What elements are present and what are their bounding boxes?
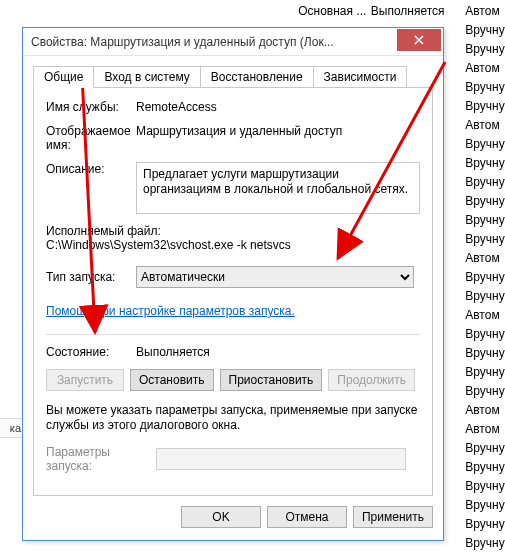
tab-logon[interactable]: Вход в систему [93, 66, 200, 87]
apply-button[interactable]: Применить [353, 506, 433, 528]
label-params: Параметры запуска: [46, 445, 156, 473]
tab-general[interactable]: Общие [33, 66, 94, 88]
bg-row[interactable]: Основная ...ВыполняетсяАвтом [0, 2, 505, 21]
label-exe-path: Исполняемый файл: [46, 224, 420, 238]
label-description: Описание: [46, 162, 136, 214]
separator [46, 334, 420, 335]
pause-button[interactable]: Приостановить [220, 369, 323, 391]
ok-button[interactable]: OK [181, 506, 261, 528]
start-button[interactable]: Запустить [46, 369, 124, 391]
value-description[interactable]: Предлагает услуги маршрутизации организа… [136, 162, 420, 214]
tabstrip: Общие Вход в систему Восстановление Зави… [33, 64, 433, 88]
label-service-name: Имя службы: [46, 100, 136, 114]
label-status: Состояние: [46, 345, 136, 359]
dialog-buttons: OK Отмена Применить [33, 496, 433, 528]
resume-button[interactable]: Продолжить [328, 369, 415, 391]
value-status: Выполняется [136, 345, 420, 359]
params-input[interactable] [156, 448, 406, 470]
tab-content: Имя службы: RemoteAccess Отображаемое им… [33, 88, 433, 496]
service-properties-dialog: Свойства: Маршрутизация и удаленный дост… [22, 27, 444, 541]
close-icon [414, 35, 424, 45]
value-exe-path: C:\Windows\System32\svchost.exe -k netsv… [46, 238, 420, 252]
params-note: Вы можете указать параметры запуска, при… [46, 403, 420, 433]
cancel-button[interactable]: Отмена [267, 506, 347, 528]
startup-type-select[interactable]: Автоматически [136, 266, 414, 288]
value-display-name: Маршрутизация и удаленный доступ [136, 124, 420, 152]
label-display-name: Отображаемое имя: [46, 124, 136, 152]
stop-button[interactable]: Остановить [130, 369, 214, 391]
control-buttons: Запустить Остановить Приостановить Продо… [46, 369, 420, 391]
label-startup-type: Тип запуска: [46, 270, 136, 284]
dialog-title: Свойства: Маршрутизация и удаленный дост… [31, 35, 397, 49]
close-button[interactable] [397, 29, 441, 51]
value-service-name: RemoteAccess [136, 100, 420, 114]
titlebar[interactable]: Свойства: Маршрутизация и удаленный дост… [23, 28, 443, 56]
help-link[interactable]: Помощь при настройке параметров запуска. [46, 304, 295, 318]
tab-recovery[interactable]: Восстановление [200, 66, 314, 87]
left-pane-fragment: ка Л [0, 418, 22, 438]
tab-dependencies[interactable]: Зависимости [313, 66, 408, 87]
